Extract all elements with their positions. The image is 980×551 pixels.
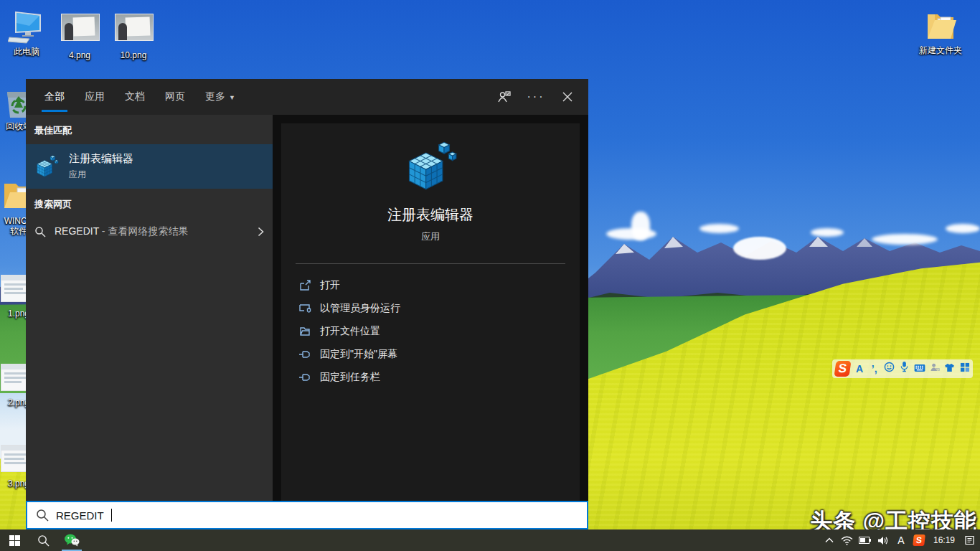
ime-toolbar[interactable]: S A ’, 25 — [832, 359, 973, 378]
section-best-match: 最佳匹配 — [26, 115, 273, 144]
taskbar-search-button[interactable] — [29, 529, 57, 551]
cloud — [631, 212, 650, 240]
action-pin-to-start[interactable]: 固定到"开始"屏幕 — [298, 343, 580, 366]
battery-icon[interactable] — [859, 532, 872, 548]
cloud — [946, 224, 980, 233]
best-match-title: 注册表编辑器 — [69, 152, 133, 166]
action-run-as-admin[interactable]: 以管理员身份运行 — [298, 297, 580, 320]
system-tray: A S 16:19 — [823, 532, 980, 548]
cloud — [733, 237, 786, 260]
search-icon — [34, 226, 46, 237]
results-list: 最佳匹配 — [26, 115, 273, 501]
cloud — [872, 234, 938, 245]
action-center-icon[interactable] — [963, 532, 976, 548]
image-thumbnail-icon — [115, 14, 152, 48]
tab-web[interactable]: 网页 — [155, 79, 195, 115]
wechat-icon — [64, 534, 80, 547]
detail-app-name: 注册表编辑器 — [387, 205, 473, 225]
tab-more[interactable]: 更多▼ — [195, 79, 245, 115]
registry-editor-icon — [403, 139, 458, 194]
registry-editor-icon — [34, 154, 59, 179]
user-feedback-icon[interactable] — [492, 85, 517, 109]
web-search-suffix: - 查看网络搜索结果 — [99, 225, 188, 237]
desktop-icon-10png[interactable]: 10.png — [108, 10, 159, 60]
best-match-result[interactable]: 注册表编辑器 应用 — [26, 144, 273, 189]
search-icon — [36, 509, 49, 522]
english-mode-icon[interactable]: A — [854, 360, 865, 377]
sogou-icon[interactable]: S — [913, 532, 925, 548]
desktop-icon-this-pc[interactable]: 此电脑 — [1, 10, 52, 57]
login-badge: 25 — [936, 367, 940, 372]
result-detail-pane: 注册表编辑器 应用 打开 以管理员身份运行 — [281, 123, 580, 501]
close-icon[interactable] — [555, 85, 580, 109]
cloud — [699, 224, 739, 233]
action-list: 打开 以管理员身份运行 打开文件位置 — [281, 264, 580, 389]
search-results-area: 最佳匹配 — [26, 115, 588, 501]
mic-icon[interactable] — [899, 360, 910, 377]
tab-all[interactable]: 全部 — [34, 79, 75, 115]
search-tab-bar: 全部 应用 文档 网页 更多▼ ··· — [26, 79, 588, 115]
search-input[interactable]: REGEDIT — [26, 501, 588, 529]
web-search-result[interactable]: REGEDIT - 查看网络搜索结果 — [26, 218, 273, 245]
search-flyout-panel: 全部 应用 文档 网页 更多▼ ··· 最佳匹配 — [26, 79, 588, 501]
pin-icon — [298, 371, 311, 384]
action-open[interactable]: 打开 — [298, 274, 580, 297]
tab-documents[interactable]: 文档 — [115, 79, 155, 115]
cloud — [811, 228, 844, 237]
sogou-logo-icon[interactable]: S — [834, 361, 851, 377]
action-pin-to-taskbar[interactable]: 固定到任务栏 — [298, 366, 580, 389]
wechat-button[interactable] — [57, 529, 86, 551]
folder-icon — [922, 9, 959, 43]
desktop-icon-label: 此电脑 — [1, 47, 52, 57]
taskbar-clock[interactable]: 16:19 — [930, 535, 958, 545]
section-web-search: 搜索网页 — [26, 189, 273, 218]
best-match-subtitle: 应用 — [69, 169, 133, 181]
run-as-admin-icon — [298, 302, 311, 315]
start-button[interactable] — [0, 529, 29, 551]
punctuation-icon[interactable]: ’, — [869, 360, 880, 377]
login-icon[interactable]: 25 — [930, 360, 941, 377]
detail-app-type: 应用 — [421, 230, 440, 243]
toolbox-icon[interactable] — [959, 360, 970, 377]
desktop-icon-4png[interactable]: 4.png — [54, 10, 105, 60]
tab-apps[interactable]: 应用 — [75, 79, 115, 115]
file-location-icon — [298, 325, 311, 338]
text-cursor — [111, 509, 112, 522]
chevron-right-icon — [258, 227, 264, 237]
windows-logo-icon — [9, 535, 20, 546]
wifi-icon[interactable] — [841, 532, 854, 548]
volume-icon[interactable] — [877, 532, 890, 548]
taskbar: A S 16:19 — [0, 529, 980, 551]
desktop-icon-label: 10.png — [108, 50, 159, 60]
search-input-value: REGEDIT — [56, 509, 104, 522]
this-pc-icon — [8, 10, 45, 44]
image-thumbnail-icon — [61, 14, 98, 48]
desktop-icon-new-folder[interactable]: 新建文件夹 — [915, 9, 966, 55]
chevron-up-icon[interactable] — [823, 532, 836, 548]
options-ellipsis-icon[interactable]: ··· — [524, 85, 548, 109]
keyboard-icon[interactable] — [914, 360, 925, 377]
input-lang-icon[interactable]: A — [895, 532, 908, 548]
open-icon — [298, 279, 311, 292]
chevron-down-icon: ▼ — [229, 94, 235, 101]
search-icon — [37, 534, 50, 547]
pin-icon — [298, 348, 311, 361]
action-open-file-location[interactable]: 打开文件位置 — [298, 320, 580, 343]
desktop-icon-label: 4.png — [54, 50, 105, 60]
web-search-query: REGEDIT — [55, 225, 99, 237]
emoji-icon[interactable] — [884, 360, 895, 377]
skin-icon[interactable] — [944, 360, 955, 377]
desktop-icon-label: 新建文件夹 — [915, 45, 966, 55]
